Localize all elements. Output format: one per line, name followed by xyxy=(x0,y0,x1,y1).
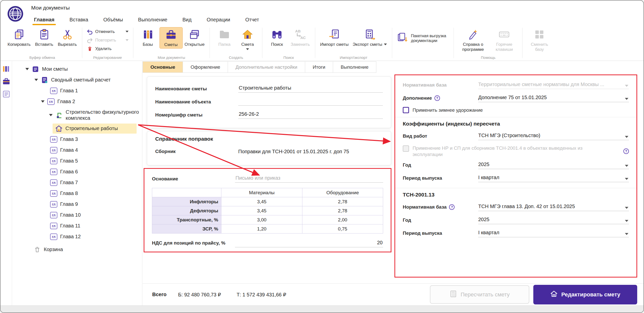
tree-item-chapter[interactable]: гл Глава 5 xyxy=(12,155,142,166)
vat-row: НДС для позиций по прайсу, % 20 xyxy=(152,238,383,249)
tree-item-chapter[interactable]: гл Глава 11 xyxy=(12,220,142,231)
ribbon-tab-view[interactable]: Вид xyxy=(182,16,192,25)
vat-input[interactable]: 20 xyxy=(235,239,383,247)
estimate-name-input[interactable] xyxy=(238,85,383,93)
help-icon[interactable]: ? xyxy=(434,95,440,101)
undo-button[interactable]: Отменить xyxy=(85,28,130,35)
tab-execution[interactable]: Выполнение xyxy=(333,61,376,73)
tree-item-summary-calc[interactable]: Сводный сметный расчет xyxy=(12,74,142,85)
work-type-select[interactable]: ТСН МГЭ (Строительство) xyxy=(478,132,629,140)
ribbon-tab-execution[interactable]: Выполнение xyxy=(138,16,168,25)
collapse-arrow-icon[interactable] xyxy=(49,114,53,116)
chevron-down-icon[interactable] xyxy=(384,44,387,45)
cut-button[interactable]: Вырезать xyxy=(56,27,79,48)
help-icon[interactable]: ? xyxy=(449,204,455,210)
winter-costs-checkbox[interactable] xyxy=(403,107,409,113)
create-folder-button[interactable]: Папка xyxy=(213,27,236,48)
tab-totals[interactable]: Итоги xyxy=(305,61,333,73)
edit-estimate-button[interactable]: Редактировать смету xyxy=(533,285,637,304)
chapter-badge-icon: гл xyxy=(47,98,55,105)
opened-button[interactable]: Открытые xyxy=(183,27,207,48)
panel-open-list-icon[interactable] xyxy=(2,90,11,98)
batch-upload-button[interactable]: Пакетная выгрузка документации xyxy=(395,27,451,49)
estimates-button[interactable]: Сметы xyxy=(159,27,183,49)
app-logo-icon xyxy=(7,6,24,22)
cell-value[interactable]: 0,75 xyxy=(302,224,383,233)
tree-item-chapter[interactable]: гл Глава 7 xyxy=(12,177,142,188)
cell-value[interactable]: 2,78 xyxy=(302,197,383,206)
tree-item-my-estimates[interactable]: Мои сметы xyxy=(12,64,142,74)
batch-upload-icon xyxy=(396,32,408,45)
delete-button[interactable]: Удалить xyxy=(85,45,130,53)
tree-item-chapter[interactable]: гл Глава 4 xyxy=(12,145,142,155)
help-icon[interactable]: ? xyxy=(623,148,629,154)
tree-item-chapter[interactable]: гл Глава 6 xyxy=(12,166,142,177)
total-base-value: Б: 92 480 760,73 ₽ xyxy=(178,292,221,298)
tab-main-settings[interactable]: Основные xyxy=(143,61,183,73)
ribbon-tab-volumes[interactable]: Объёмы xyxy=(103,16,124,25)
estimate-number-input[interactable] xyxy=(238,111,383,119)
panel-bases-icon[interactable] xyxy=(2,65,11,73)
tree-item-chapter[interactable]: гл Глава 1 xyxy=(12,85,142,96)
ribbon-tab-operations[interactable]: Операции xyxy=(206,16,231,25)
period-select[interactable]: I квартал xyxy=(478,174,629,182)
table-row: Дефляторы 3,45 2,78 xyxy=(152,206,383,215)
tree-item-chapter[interactable]: гл Глава 12 xyxy=(12,231,142,242)
chevron-down-icon[interactable] xyxy=(126,39,129,41)
window-title: Мои документы xyxy=(31,5,70,11)
collapse-arrow-icon[interactable] xyxy=(34,79,38,81)
year-select[interactable]: 2025 xyxy=(478,161,629,169)
chevron-down-icon[interactable] xyxy=(126,31,129,32)
tsn13-period-select[interactable]: I квартал xyxy=(478,229,629,237)
tsn13-year-select[interactable]: 2025 xyxy=(478,216,629,224)
tree-item-chapter[interactable]: гл Глава 9 xyxy=(12,199,142,210)
search-button[interactable]: Поиск xyxy=(265,27,289,48)
create-estimate-button[interactable]: Смета xyxy=(236,27,259,51)
group-label-my-documents: Мои документы xyxy=(133,55,210,60)
about-button[interactable]: Справка о программе xyxy=(457,27,489,53)
addendum-select[interactable]: Дополнение 75 от 15.01.2025 xyxy=(478,94,629,102)
collapse-arrow-icon[interactable] xyxy=(25,68,29,70)
tree-item-estimate-selected[interactable]: Строительные работы xyxy=(12,123,142,134)
tree-item-object[interactable]: Строительство физкультурного комплекса xyxy=(12,107,142,123)
replace-button[interactable]: АВ АС Заменить xyxy=(289,27,312,48)
object-name-input[interactable] xyxy=(238,98,383,106)
change-base-button[interactable]: Сменить базу xyxy=(526,27,553,53)
hotkeys-button[interactable]: Горячие клавиши xyxy=(489,27,519,53)
tsn13-year-row: Год 2025 xyxy=(403,214,629,226)
basis-input[interactable] xyxy=(235,175,383,183)
collapse-arrow-icon[interactable] xyxy=(41,100,45,103)
total-current-value: Т: 1 572 439 431,66 ₽ xyxy=(236,292,286,298)
tree-item-chapter[interactable]: гл Глава 8 xyxy=(12,188,142,199)
ribbon-tab-main[interactable]: Главная xyxy=(33,16,55,25)
tree-item-trash[interactable]: Корзина xyxy=(12,244,142,255)
chevron-down-icon[interactable] xyxy=(246,48,249,50)
tsn13-base-select[interactable]: ТСН МГЭ глава 13. Доп. 42 от 15.01.2025 xyxy=(478,203,629,211)
group-my-documents: Базы Сметы Открытые Мои документы xyxy=(133,25,210,61)
cell-value[interactable]: 3,45 xyxy=(221,206,302,215)
cell-value[interactable]: 3,00 xyxy=(221,215,302,224)
bases-button[interactable]: Базы xyxy=(136,27,159,48)
cell-value[interactable]: 1,20 xyxy=(221,224,302,233)
tree-item-chapter[interactable]: гл Глава 2 xyxy=(12,96,142,107)
redo-button[interactable]: Повторить xyxy=(85,36,130,44)
house-icon xyxy=(241,28,254,41)
export-estimate-button[interactable]: Экспорт сметы xyxy=(351,27,389,48)
tree-item-chapter[interactable]: гл Глава 10 xyxy=(12,210,142,220)
recalculate-button[interactable]: Пересчитать смету xyxy=(430,285,529,304)
cell-value[interactable]: 2,78 xyxy=(302,206,383,215)
chapter-badge-icon: гл xyxy=(50,201,57,208)
tab-appearance[interactable]: Оформление xyxy=(183,61,228,73)
cell-value[interactable]: 2,00 xyxy=(302,215,383,224)
panel-estimates-icon[interactable] xyxy=(2,77,11,86)
collection-value: Поправки для ТСН-2001 от 15.01.2025 г. д… xyxy=(238,149,383,154)
cell-value[interactable]: 3,45 xyxy=(221,197,302,206)
import-estimate-button[interactable]: Импорт сметы xyxy=(318,27,351,48)
chapter-badge-icon: гл xyxy=(50,158,57,164)
paste-button[interactable]: Вставить xyxy=(33,27,56,48)
ribbon-tab-report[interactable]: Отчет xyxy=(245,16,260,25)
ribbon-tab-insert[interactable]: Вставка xyxy=(69,16,89,25)
tree-item-chapter[interactable]: гл Глава 3 xyxy=(12,134,142,145)
copy-button[interactable]: Копировать xyxy=(6,27,33,48)
tab-additional-settings[interactable]: Дополнительные настройки xyxy=(228,61,305,73)
